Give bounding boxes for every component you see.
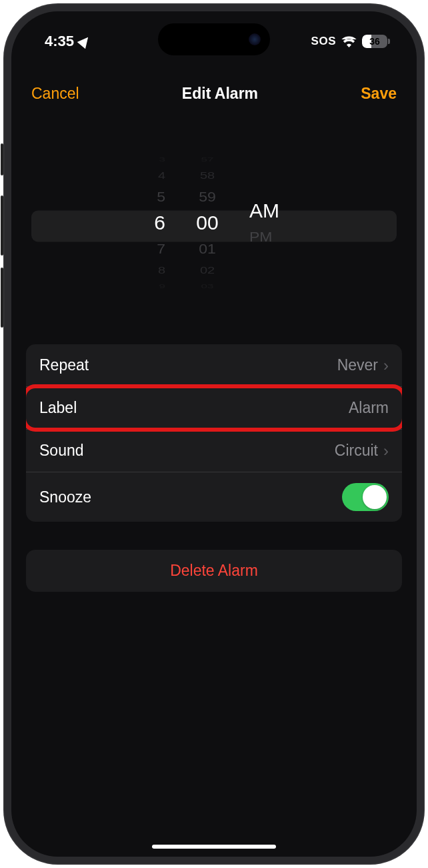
hour-wheel[interactable]: 3 4 5 6 7 8 9 — [124, 135, 177, 311]
delete-alarm-button[interactable]: Delete Alarm — [26, 550, 402, 592]
label-value: Alarm — [349, 399, 389, 417]
sound-label: Sound — [39, 442, 84, 460]
wifi-icon — [341, 36, 357, 47]
repeat-label: Repeat — [39, 356, 89, 374]
location-icon — [77, 34, 93, 49]
delete-group: Delete Alarm — [26, 550, 402, 592]
status-time: 4:35 — [45, 33, 74, 50]
sound-value: Circuit — [335, 442, 378, 460]
label-row[interactable]: Label Alarm — [26, 387, 402, 430]
ampm-wheel[interactable]: AM PM — [237, 135, 304, 311]
snooze-label: Snooze — [39, 488, 91, 506]
snooze-toggle[interactable] — [342, 483, 389, 511]
battery-indicator: 36 — [362, 35, 390, 48]
save-button[interactable]: Save — [361, 85, 397, 103]
annotation-highlight — [26, 384, 402, 432]
phone-frame: 4:35 SOS 36 Cancel Edit Alarm — [3, 3, 425, 865]
chevron-right-icon: › — [383, 356, 389, 375]
repeat-row[interactable]: Repeat Never › — [26, 344, 402, 387]
dynamic-island — [158, 23, 270, 55]
sound-row[interactable]: Sound Circuit › — [26, 430, 402, 472]
label-label: Label — [39, 399, 77, 417]
home-indicator[interactable] — [152, 845, 276, 849]
repeat-value: Never — [337, 356, 378, 374]
minute-wheel[interactable]: 57 58 59 00 01 02 03 — [177, 135, 237, 311]
page-title: Edit Alarm — [182, 85, 258, 103]
screen: 4:35 SOS 36 Cancel Edit Alarm — [11, 11, 417, 857]
cancel-button[interactable]: Cancel — [31, 85, 79, 103]
sos-indicator: SOS — [311, 35, 336, 48]
time-picker[interactable]: 3 4 5 6 7 8 9 57 58 59 00 01 02 03 — [11, 121, 417, 331]
nav-bar: Cancel Edit Alarm Save — [11, 58, 417, 121]
settings-group: Repeat Never › Label Alarm Sound Circuit… — [26, 344, 402, 522]
battery-text: 36 — [362, 35, 387, 48]
chevron-right-icon: › — [383, 442, 389, 460]
snooze-row: Snooze — [26, 472, 402, 522]
